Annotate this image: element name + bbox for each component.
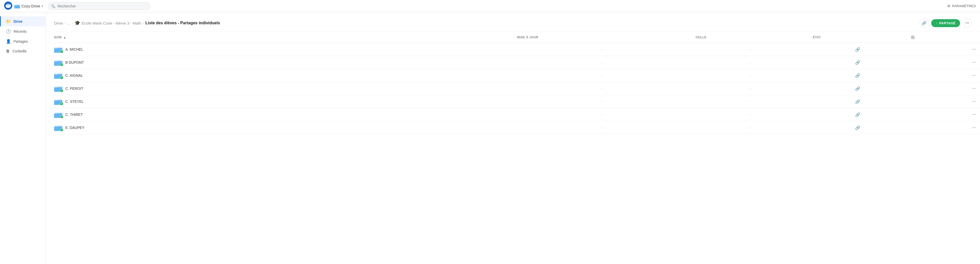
file-name-cell: A. MICHEL bbox=[46, 43, 513, 56]
page-header: Drive › ... › 🎓 Ecole Marie Curie - 6ièm… bbox=[46, 12, 980, 32]
sidebar-label-corbeille: Corbeille bbox=[13, 49, 27, 53]
folder-icon bbox=[54, 98, 62, 105]
file-size: - bbox=[691, 69, 809, 82]
layout: 📁 Drive 🕐 Récents 👤 Partages 🗑 Corbeille… bbox=[0, 0, 980, 264]
gear-icon: ⚙ bbox=[947, 4, 951, 8]
shared-link-icon: 🔗 bbox=[855, 74, 860, 78]
corbeille-icon: 🗑 bbox=[6, 49, 10, 53]
file-name-label: B DUPONT bbox=[65, 60, 84, 64]
row-more-icon[interactable]: ··· bbox=[972, 125, 976, 130]
table-header: NOM ▲ MISE À JOUR TAILLE ÉTAT ⊞ bbox=[46, 32, 980, 43]
breadcrumb-current: Liste des élèves - Partages individuels bbox=[145, 21, 220, 25]
breadcrumb-class[interactable]: Ecole Marie Curie - 6ième 3 - Math bbox=[82, 21, 141, 25]
more-button[interactable]: ··· bbox=[963, 18, 972, 28]
breadcrumb-ellipsis[interactable]: ... bbox=[67, 21, 70, 25]
sidebar-item-drive[interactable]: 📁 Drive bbox=[0, 16, 46, 26]
search-bar: 🔍 bbox=[48, 2, 150, 10]
file-actions[interactable]: ··· bbox=[907, 56, 980, 69]
search-icon: 🔍 bbox=[51, 4, 55, 8]
col-header-nom[interactable]: NOM ▲ bbox=[46, 32, 513, 43]
sidebar-item-recents[interactable]: 🕐 Récents bbox=[0, 26, 46, 36]
file-name-cell: E. DAUPEY bbox=[46, 121, 513, 134]
table-row[interactable]: C. STEYEL --🔗··· bbox=[46, 95, 980, 108]
folder-badge bbox=[60, 102, 63, 106]
file-actions[interactable]: ··· bbox=[907, 95, 980, 108]
file-actions[interactable]: ··· bbox=[907, 69, 980, 82]
file-actions[interactable]: ··· bbox=[907, 82, 980, 95]
file-size: - bbox=[691, 108, 809, 121]
shared-link-icon: 🔗 bbox=[855, 86, 860, 91]
row-more-icon[interactable]: ··· bbox=[972, 99, 976, 104]
sidebar-item-corbeille[interactable]: 🗑 Corbeille bbox=[0, 46, 46, 56]
table-row[interactable]: C. THIRET --🔗··· bbox=[46, 108, 980, 121]
link-button[interactable]: 🔗 bbox=[920, 18, 929, 28]
params-label: PARAMÈTRES bbox=[952, 4, 976, 8]
topbar-right: ⚙ PARAMÈTRES bbox=[947, 4, 976, 8]
breadcrumb-class-icon: 🎓 bbox=[75, 20, 80, 26]
row-more-icon[interactable]: ··· bbox=[972, 112, 976, 117]
col-header-etat: ÉTAT bbox=[809, 32, 907, 43]
file-table: NOM ▲ MISE À JOUR TAILLE ÉTAT ⊞ bbox=[46, 32, 980, 134]
row-more-icon[interactable]: ··· bbox=[972, 47, 976, 52]
breadcrumb-sep-2: › bbox=[72, 21, 73, 25]
breadcrumb: Drive › ... › 🎓 Ecole Marie Curie - 6ièm… bbox=[54, 20, 220, 26]
row-more-icon[interactable]: ··· bbox=[972, 86, 976, 91]
folder-icon bbox=[54, 111, 62, 118]
app-name-chevron: ▾ bbox=[41, 5, 43, 7]
folder-badge bbox=[60, 76, 63, 79]
file-updated: - bbox=[513, 56, 691, 69]
file-updated: - bbox=[513, 95, 691, 108]
file-state: 🔗 bbox=[809, 43, 907, 56]
app-logo[interactable] bbox=[4, 2, 12, 11]
folder-icon bbox=[54, 124, 62, 131]
table-row[interactable]: C. PEROIT --🔗··· bbox=[46, 82, 980, 95]
file-list: A. MICHEL --🔗··· B DUPONT --🔗··· C. AIGN… bbox=[46, 43, 980, 134]
file-name-cell: C. PEROIT bbox=[46, 82, 513, 95]
header-actions: 🔗 ↑ PARTAGÉ ··· bbox=[920, 18, 972, 28]
shared-link-icon: 🔗 bbox=[855, 47, 860, 52]
folder-badge bbox=[60, 115, 63, 118]
table-row[interactable]: A. MICHEL --🔗··· bbox=[46, 43, 980, 56]
file-name-label: E. DAUPEY bbox=[65, 126, 84, 130]
file-name-cell: B DUPONT bbox=[46, 56, 513, 69]
search-input[interactable] bbox=[48, 2, 150, 10]
share-label: PARTAGÉ bbox=[939, 21, 956, 25]
row-more-icon[interactable]: ··· bbox=[972, 73, 976, 78]
file-size: - bbox=[691, 56, 809, 69]
sidebar-label-partages: Partages bbox=[14, 39, 28, 43]
file-updated: - bbox=[513, 43, 691, 56]
file-size: - bbox=[691, 121, 809, 134]
file-size: - bbox=[691, 95, 809, 108]
view-toggle-icon[interactable]: ⊞ bbox=[911, 35, 915, 40]
folder-badge bbox=[60, 63, 63, 66]
params-button[interactable]: ⚙ PARAMÈTRES bbox=[947, 4, 976, 8]
topbar: Cozy Drive ▾ 🔍 ⚙ PARAMÈTRES bbox=[0, 0, 980, 12]
sidebar: 📁 Drive 🕐 Récents 👤 Partages 🗑 Corbeille bbox=[0, 12, 46, 264]
breadcrumb-drive[interactable]: Drive bbox=[54, 21, 63, 25]
table-row[interactable]: C. AIGNAL --🔗··· bbox=[46, 69, 980, 82]
folder-icon bbox=[54, 72, 62, 79]
file-name-cell: C. THIRET bbox=[46, 108, 513, 121]
breadcrumb-sep-1: › bbox=[65, 21, 65, 25]
file-size: - bbox=[691, 82, 809, 95]
table-row[interactable]: B DUPONT --🔗··· bbox=[46, 56, 980, 69]
app-name[interactable]: Cozy Drive ▾ bbox=[14, 4, 43, 8]
file-name-label: C. AIGNAL bbox=[65, 74, 83, 77]
col-header-taille: TAILLE bbox=[691, 32, 809, 43]
file-actions[interactable]: ··· bbox=[907, 121, 980, 134]
share-button[interactable]: ↑ PARTAGÉ bbox=[931, 19, 960, 27]
col-header-view[interactable]: ⊞ bbox=[907, 32, 980, 43]
table-row[interactable]: E. DAUPEY --🔗··· bbox=[46, 121, 980, 134]
file-actions[interactable]: ··· bbox=[907, 43, 980, 56]
folder-icon bbox=[54, 59, 62, 66]
file-name-label: C. STEYEL bbox=[65, 99, 84, 104]
folder-badge bbox=[60, 50, 63, 53]
file-actions[interactable]: ··· bbox=[907, 108, 980, 121]
svg-point-5 bbox=[6, 5, 11, 7]
row-more-icon[interactable]: ··· bbox=[972, 60, 976, 65]
file-name-label: A. MICHEL bbox=[65, 47, 83, 51]
file-name-label: C. PEROIT bbox=[65, 86, 83, 91]
sidebar-item-partages[interactable]: 👤 Partages bbox=[0, 36, 46, 46]
shared-link-icon: 🔗 bbox=[855, 99, 860, 104]
sidebar-label-drive: Drive bbox=[14, 19, 22, 24]
